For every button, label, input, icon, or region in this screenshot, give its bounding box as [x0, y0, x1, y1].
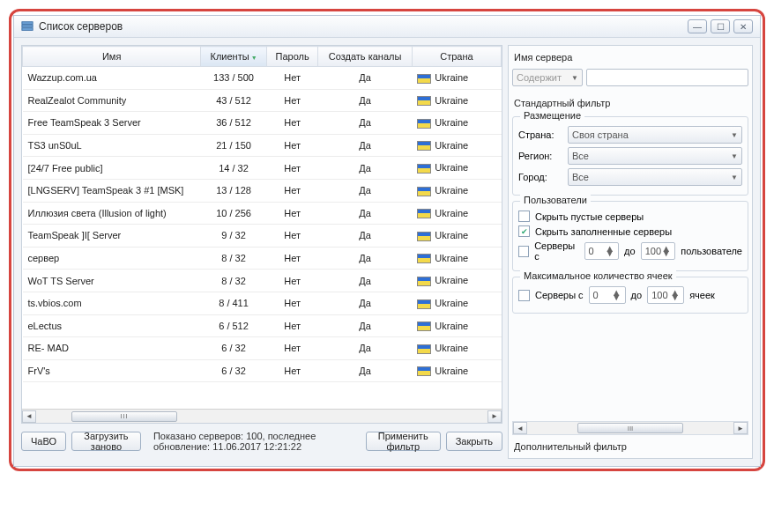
server-name-input[interactable] — [586, 69, 748, 86]
cell-country: Ukraine — [412, 179, 501, 202]
slots-range-checkbox[interactable] — [518, 290, 530, 301]
table-row[interactable]: eLectus6 / 512НетДаUkraine — [23, 314, 502, 337]
cell-country: Ukraine — [412, 359, 501, 382]
users-range-checkbox[interactable] — [518, 246, 529, 257]
scroll-right-icon[interactable]: ► — [487, 410, 502, 423]
cell-clients: 10 / 256 — [201, 202, 267, 225]
cell-channels: Да — [318, 247, 412, 270]
scroll-left-icon[interactable]: ◄ — [22, 410, 36, 423]
scroll-left-icon[interactable]: ◄ — [513, 422, 527, 434]
table-row[interactable]: ts.vbios.com8 / 411НетДаUkraine — [23, 292, 502, 314]
titlebar: Список серверов — ☐ ✕ — [14, 16, 760, 38]
server-table: Имя Клиенты▼ Пароль Создать каналы Стран… — [21, 45, 502, 424]
cell-password: Нет — [266, 134, 318, 157]
to-label: до — [624, 246, 636, 256]
table-row[interactable]: Wazzup.com.ua133 / 500НетДаUkraine — [23, 67, 502, 90]
table-row[interactable]: сервер8 / 32НетДаUkraine — [23, 247, 502, 270]
cell-clients: 6 / 32 — [201, 359, 267, 382]
flag-ukraine-icon — [417, 141, 431, 151]
cell-password: Нет — [266, 225, 318, 248]
close-window-button[interactable]: ✕ — [733, 19, 753, 33]
cell-clients: 8 / 411 — [201, 292, 267, 314]
users-min-spinner[interactable]: 0▲▼ — [584, 242, 620, 260]
chevron-down-icon: ▼ — [731, 131, 738, 139]
col-password[interactable]: Пароль — [266, 47, 318, 67]
cell-name: Free TeamSpeak 3 Server — [23, 112, 201, 135]
table-row[interactable]: RealZealot Community43 / 512НетДаUkraine — [23, 89, 502, 112]
table-row[interactable]: WoT TS Server8 / 32НетДаUkraine — [23, 270, 502, 292]
col-clients[interactable]: Клиенты▼ — [201, 47, 267, 67]
cell-name: TeamSpeak ]I[ Server — [23, 225, 201, 248]
cell-password: Нет — [266, 179, 318, 202]
cell-password: Нет — [266, 247, 318, 270]
users-legend: Пользователи — [520, 195, 591, 205]
table-row[interactable]: Иллюзия света (Illusion of light)10 / 25… — [23, 202, 502, 225]
col-country[interactable]: Страна — [412, 47, 501, 67]
cell-channels: Да — [318, 157, 412, 180]
cell-clients: 6 / 512 — [201, 314, 267, 337]
cell-password: Нет — [266, 202, 318, 225]
table-row[interactable]: [24/7 Free public]14 / 32НетДаUkraine — [23, 157, 502, 180]
table-hscrollbar[interactable]: ◄ III ► — [22, 409, 502, 423]
faq-button[interactable]: ЧаВО — [21, 432, 66, 451]
cell-channels: Да — [318, 314, 412, 337]
reload-button[interactable]: Загрузить заново — [71, 432, 141, 451]
cell-country: Ukraine — [412, 270, 501, 292]
table-row[interactable]: FrV's6 / 32НетДаUkraine — [23, 359, 502, 382]
flag-ukraine-icon — [417, 96, 431, 106]
cell-clients: 9 / 32 — [201, 225, 267, 248]
server-list-window: Список серверов — ☐ ✕ Имя Клиенты▼ Парол… — [13, 15, 761, 467]
flag-ukraine-icon — [417, 321, 431, 331]
cell-channels: Да — [318, 179, 412, 202]
table-hscroll-thumb[interactable]: III — [71, 411, 177, 422]
scroll-right-icon[interactable]: ► — [733, 422, 748, 434]
slots-word-label: ячеек — [689, 290, 715, 300]
region-combo[interactable]: Все▼ — [568, 147, 742, 165]
filter-hscroll-thumb[interactable]: III — [577, 423, 683, 433]
table-row[interactable]: RE- MAD6 / 32НетДаUkraine — [23, 337, 502, 360]
flag-ukraine-icon — [417, 277, 431, 286]
filter-hscrollbar[interactable]: ◄ III ► — [512, 421, 748, 435]
col-channels[interactable]: Создать каналы — [318, 47, 412, 67]
cell-country: Ukraine — [412, 134, 501, 157]
table-row[interactable]: [LNGSERV] TeamSpeak 3 #1 [MSK]13 / 128Не… — [23, 179, 502, 202]
cell-channels: Да — [318, 202, 412, 225]
cell-name: FrV's — [23, 359, 201, 382]
window-title: Список серверов — [39, 20, 123, 33]
col-name[interactable]: Имя — [23, 47, 201, 67]
flag-ukraine-icon — [417, 232, 431, 241]
cell-clients: 36 / 512 — [201, 112, 267, 135]
users-max-spinner[interactable]: 100▲▼ — [641, 242, 676, 260]
hide-empty-checkbox[interactable] — [518, 211, 530, 222]
chevron-down-icon: ▼ — [731, 174, 738, 181]
city-combo[interactable]: Все▼ — [568, 168, 742, 186]
table-row[interactable]: TS3 unS0uL21 / 150НетДаUkraine — [23, 134, 502, 157]
cell-password: Нет — [266, 157, 318, 180]
cell-channels: Да — [318, 292, 412, 314]
cell-country: Ukraine — [412, 247, 501, 270]
close-button[interactable]: Закрыть — [446, 432, 502, 451]
slots-min-spinner[interactable]: 0▲▼ — [589, 286, 626, 304]
maximize-button[interactable]: ☐ — [711, 19, 730, 33]
chevron-down-icon: ▼ — [731, 152, 738, 160]
contains-combo[interactable]: Содержит▼ — [512, 69, 583, 86]
table-row[interactable]: TeamSpeak ]I[ Server9 / 32НетДаUkraine — [23, 225, 502, 248]
svg-rect-0 — [22, 22, 33, 25]
cell-password: Нет — [266, 89, 318, 112]
cell-name: WoT TS Server — [23, 270, 201, 292]
chevron-down-icon: ▼ — [571, 74, 578, 82]
cell-country: Ukraine — [412, 314, 501, 337]
country-combo[interactable]: Своя страна▼ — [568, 126, 742, 144]
hide-full-checkbox[interactable] — [518, 225, 530, 237]
table-row[interactable]: Free TeamSpeak 3 Server36 / 512НетДаUkra… — [23, 112, 502, 135]
cell-clients: 8 / 32 — [201, 270, 267, 292]
slots-max-spinner[interactable]: 100▲▼ — [647, 286, 684, 304]
apply-filter-button[interactable]: Применить фильтр — [366, 432, 441, 451]
cell-country: Ukraine — [412, 292, 501, 314]
minimize-button[interactable]: — — [688, 19, 707, 33]
country-label: Страна: — [518, 129, 562, 140]
cell-name: eLectus — [23, 314, 201, 337]
standard-filter-label: Стандартный фильтр — [512, 95, 748, 111]
cell-clients: 14 / 32 — [201, 157, 267, 180]
cell-channels: Да — [318, 112, 412, 135]
